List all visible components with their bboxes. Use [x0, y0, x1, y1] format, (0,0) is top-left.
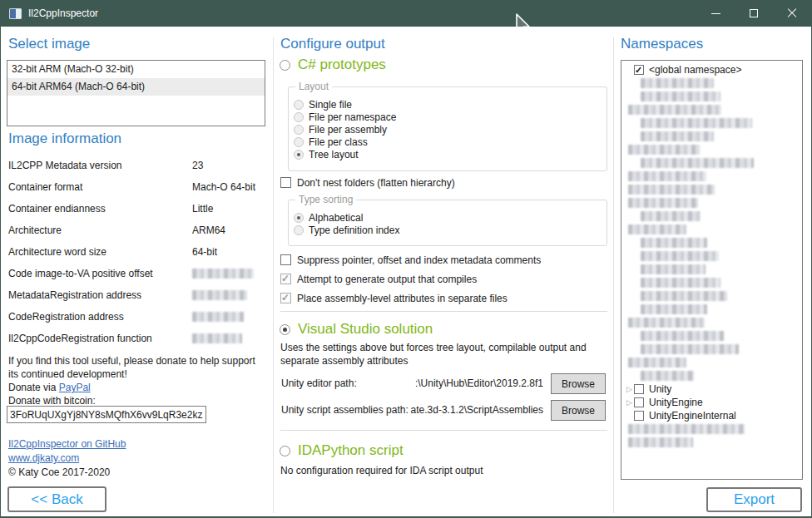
namespace-row-redacted[interactable]: [621, 343, 802, 356]
namespace-row-redacted[interactable]: [621, 156, 802, 170]
output-checkbox[interactable]: Attempt to generate output that compiles: [280, 269, 541, 289]
donate-appeal: If you find this tool useful, please don…: [8, 354, 261, 381]
minimize-button[interactable]: [696, 0, 735, 27]
namespace-row-redacted[interactable]: [621, 276, 802, 289]
namespace-row-redacted[interactable]: [621, 303, 802, 316]
info-value: 64-bit: [192, 246, 217, 258]
close-button[interactable]: [773, 0, 811, 27]
type-sorting-option[interactable]: Type definition index: [294, 224, 607, 236]
layout-option-radio-icon: [294, 150, 304, 160]
minimize-icon: [711, 13, 720, 14]
donate-via-line: Donate via PayPal: [8, 381, 261, 394]
namespace-checkbox-icon[interactable]: [634, 384, 644, 394]
namespace-row-redacted[interactable]: [621, 236, 802, 249]
csharp-prototypes-option[interactable]: C# prototypes: [280, 57, 386, 73]
type-sorting-option[interactable]: Alphabetical: [294, 211, 607, 224]
namespace-row-redacted[interactable]: [621, 436, 802, 449]
namespace-row-redacted[interactable]: [621, 130, 802, 143]
info-label: IL2CPP Metadata version: [8, 160, 122, 171]
namespace-row-redacted[interactable]: [621, 263, 802, 276]
layout-option[interactable]: File per assembly: [294, 123, 607, 136]
layout-option-label: File per assembly: [309, 124, 387, 136]
namespace-row-redacted[interactable]: [621, 289, 802, 303]
window-title: Il2CppInspector: [28, 7, 98, 19]
idapython-script-radio-icon: [280, 446, 290, 456]
namespace-row-redacted[interactable]: [621, 422, 802, 436]
image-list[interactable]: 32-bit ARM (Mach-O 32-bit)64-bit ARM64 (…: [7, 60, 265, 126]
namespace-checkbox-icon[interactable]: [634, 65, 644, 75]
info-label: Architecture word size: [8, 246, 106, 258]
flatten-hierarchy-checkbox[interactable]: Don't nest folders (flatten hierarchy): [280, 173, 455, 192]
layout-option-label: Single file: [309, 99, 352, 111]
unity-editor-path-label: Unity editor path:: [281, 377, 357, 389]
layout-option[interactable]: File per class: [294, 136, 607, 148]
namespace-row-redacted[interactable]: [621, 103, 802, 116]
info-row: MetadataRegistration address: [8, 284, 265, 306]
expander-icon[interactable]: ▷: [621, 385, 634, 393]
layout-option-label: File per class: [309, 136, 368, 148]
expander-icon[interactable]: ▷: [621, 398, 634, 407]
namespace-row-redacted[interactable]: [621, 223, 802, 236]
info-label: Container endianness: [8, 203, 106, 215]
output-checkbox[interactable]: Suppress pointer, offset and index metad…: [280, 250, 541, 269]
namespace-row-redacted[interactable]: [621, 143, 802, 156]
github-link[interactable]: Il2CppInspector on GitHub: [8, 437, 126, 451]
namespace-row-redacted[interactable]: [621, 316, 802, 329]
namespace-redacted-block: [641, 278, 720, 288]
layout-option-radio-icon: [294, 137, 304, 147]
back-button[interactable]: << Back: [7, 486, 106, 512]
namespace-redacted-block: [628, 105, 721, 115]
namespace-row-redacted[interactable]: [621, 356, 802, 369]
visual-studio-solution-option[interactable]: Visual Studio solution: [280, 321, 433, 338]
namespace-checkbox-icon[interactable]: [634, 397, 644, 407]
namespace-row-redacted[interactable]: [621, 249, 802, 263]
namespace-row-redacted[interactable]: [621, 183, 802, 196]
namespace-row-redacted[interactable]: [621, 210, 802, 223]
idapython-script-option[interactable]: IDAPython script: [280, 442, 404, 459]
namespace-row-redacted[interactable]: [621, 76, 802, 90]
namespace-list[interactable]: <global namespace>▷Unity▷UnityEngineUnit…: [621, 60, 803, 480]
namespace-row-redacted[interactable]: [621, 116, 802, 130]
namespace-redacted-block: [641, 371, 694, 381]
layout-option[interactable]: Single file: [294, 98, 607, 111]
namespace-checkbox-icon[interactable]: [634, 411, 644, 421]
namespace-row[interactable]: ▷Unity: [621, 382, 802, 396]
output-checkbox[interactable]: Place assembly-level attributes in separ…: [280, 289, 541, 308]
visual-studio-solution-label: Visual Studio solution: [298, 321, 433, 338]
namespaces-header: Namespaces: [621, 36, 703, 52]
namespace-row-redacted[interactable]: [621, 170, 802, 183]
close-icon: [787, 8, 797, 18]
type-sorting-option-label: Type definition index: [309, 224, 399, 236]
unity-editor-browse-button[interactable]: Browse: [551, 373, 606, 394]
info-row: Architecture word size64-bit: [8, 241, 265, 263]
namespace-row[interactable]: ▷UnityEngine: [621, 396, 802, 409]
maximize-button[interactable]: [735, 0, 773, 27]
namespace-row[interactable]: <global namespace>: [621, 63, 802, 76]
vs-description: Uses the settings above but forces tree …: [280, 341, 608, 368]
bitcoin-address-input[interactable]: [7, 406, 206, 423]
namespace-row[interactable]: UnityEngineInternal: [621, 409, 802, 422]
output-checkbox-label: Attempt to generate output that compiles: [297, 274, 477, 285]
namespace-row-redacted[interactable]: [621, 90, 802, 103]
layout-option[interactable]: File per namespace: [294, 111, 607, 123]
unity-script-path-value: ate.3d-3.1.2\ScriptAssemblies: [411, 404, 543, 416]
namespace-row-redacted[interactable]: [621, 369, 802, 382]
namespace-row-redacted[interactable]: [621, 196, 802, 210]
configure-output-header: Configure output: [280, 36, 385, 52]
namespace-redacted-block: [641, 238, 707, 248]
type-sorting-options: AlphabeticalType definition index: [289, 200, 607, 236]
copyright-text: © Katy Coe 2017-2020: [8, 466, 126, 480]
type-sorting-option-radio-icon: [294, 213, 304, 223]
paypal-link[interactable]: PayPal: [59, 382, 91, 393]
info-label: CodeRegistration address: [8, 311, 124, 323]
export-button[interactable]: Export: [706, 487, 802, 512]
image-list-item[interactable]: 32-bit ARM (Mach-O 32-bit): [7, 61, 265, 78]
layout-option-radio-icon: [294, 100, 304, 110]
donate-text: If you find this tool useful, please don…: [8, 354, 261, 407]
namespace-row-redacted[interactable]: [621, 329, 802, 343]
unity-script-browse-button[interactable]: Browse: [551, 400, 606, 421]
type-sorting-groupbox-label: Type sorting: [295, 194, 356, 205]
image-list-item[interactable]: 64-bit ARM64 (Mach-O 64-bit): [7, 78, 265, 96]
layout-option[interactable]: Tree layout: [294, 148, 607, 160]
website-link[interactable]: www.djkaty.com: [8, 451, 126, 466]
